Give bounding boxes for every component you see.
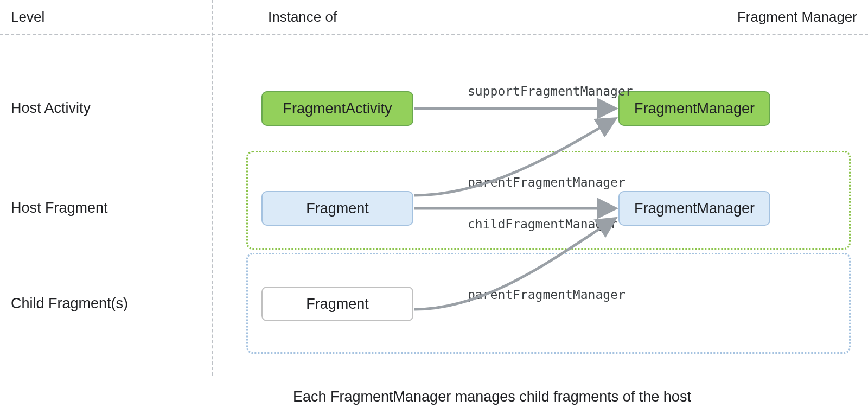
node-fragment-manager-host: FragmentManager — [618, 191, 770, 226]
level-host-activity: Host Activity — [11, 100, 91, 117]
header-divider — [0, 34, 868, 35]
level-host-fragment: Host Fragment — [11, 200, 108, 217]
diagram-caption: Each FragmentManager manages child fragm… — [293, 389, 691, 405]
edge-label-child-fm: childFragmentManager — [468, 217, 618, 231]
header-level: Level — [11, 9, 44, 26]
header-fragment-manager: Fragment Manager — [737, 9, 857, 26]
column-divider — [212, 0, 213, 376]
edge-label-parent-fm-host: parentFragmentManager — [468, 175, 626, 189]
node-fragment-activity: FragmentActivity — [261, 91, 413, 126]
node-fragment-manager-activity: FragmentManager — [618, 91, 770, 126]
level-child-fragments: Child Fragment(s) — [11, 295, 128, 312]
node-child-fragment: Fragment — [261, 287, 413, 321]
header-row: Level Instance of Fragment Manager — [0, 0, 868, 34]
header-instance: Instance of — [268, 9, 337, 26]
node-host-fragment: Fragment — [261, 191, 413, 226]
edge-label-parent-fm-child: parentFragmentManager — [468, 288, 626, 302]
edge-label-support-fm: supportFragmentManager — [468, 84, 633, 98]
